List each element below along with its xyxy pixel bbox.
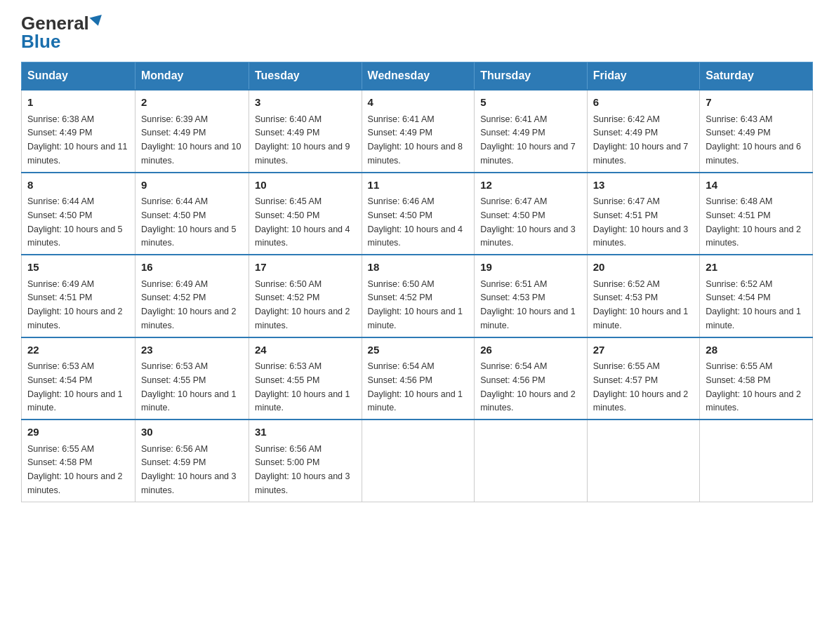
day-number: 29 <box>27 424 129 441</box>
day-number: 14 <box>706 177 807 194</box>
calendar-day-header: Monday <box>135 62 249 90</box>
calendar-day-cell: 5 Sunrise: 6:41 AMSunset: 4:49 PMDayligh… <box>475 90 588 173</box>
logo-triangle-icon <box>89 15 104 27</box>
page-header: General Blue <box>21 14 813 51</box>
calendar-day-header: Sunday <box>22 62 135 90</box>
day-number: 9 <box>141 177 243 194</box>
day-info: Sunrise: 6:53 AMSunset: 4:54 PMDaylight:… <box>27 361 123 412</box>
calendar-day-cell: 1 Sunrise: 6:38 AMSunset: 4:49 PMDayligh… <box>22 90 135 173</box>
day-number: 30 <box>141 424 243 441</box>
calendar-day-cell: 31 Sunrise: 6:56 AMSunset: 5:00 PMDaylig… <box>249 420 362 502</box>
day-info: Sunrise: 6:56 AMSunset: 4:59 PMDaylight:… <box>141 444 237 495</box>
day-info: Sunrise: 6:52 AMSunset: 4:54 PMDaylight:… <box>706 279 801 330</box>
calendar-week-row: 15 Sunrise: 6:49 AMSunset: 4:51 PMDaylig… <box>22 255 813 337</box>
logo-general-text: General <box>21 14 89 32</box>
day-info: Sunrise: 6:50 AMSunset: 4:52 PMDaylight:… <box>368 279 463 330</box>
day-info: Sunrise: 6:42 AMSunset: 4:49 PMDaylight:… <box>593 114 689 166</box>
day-info: Sunrise: 6:55 AMSunset: 4:57 PMDaylight:… <box>593 361 689 412</box>
calendar-day-cell: 9 Sunrise: 6:44 AMSunset: 4:50 PMDayligh… <box>135 173 249 255</box>
calendar-day-header: Thursday <box>475 62 588 90</box>
day-number: 20 <box>593 260 694 276</box>
day-number: 26 <box>480 342 581 358</box>
day-number: 15 <box>27 260 129 276</box>
day-info: Sunrise: 6:41 AMSunset: 4:49 PMDaylight:… <box>368 114 463 166</box>
calendar-week-row: 1 Sunrise: 6:38 AMSunset: 4:49 PMDayligh… <box>22 90 813 173</box>
day-number: 1 <box>27 95 129 111</box>
logo: General Blue <box>21 14 103 51</box>
day-info: Sunrise: 6:41 AMSunset: 4:49 PMDaylight:… <box>480 114 576 166</box>
day-info: Sunrise: 6:40 AMSunset: 4:49 PMDaylight:… <box>255 114 350 166</box>
calendar-day-cell <box>700 420 813 502</box>
calendar-day-cell: 16 Sunrise: 6:49 AMSunset: 4:52 PMDaylig… <box>135 255 249 337</box>
day-number: 12 <box>480 177 581 194</box>
day-info: Sunrise: 6:52 AMSunset: 4:53 PMDaylight:… <box>593 279 689 330</box>
calendar-day-cell <box>475 420 588 502</box>
calendar-day-cell: 29 Sunrise: 6:55 AMSunset: 4:58 PMDaylig… <box>22 420 135 502</box>
calendar-header-row: SundayMondayTuesdayWednesdayThursdayFrid… <box>22 62 813 90</box>
calendar-day-cell: 10 Sunrise: 6:45 AMSunset: 4:50 PMDaylig… <box>249 173 362 255</box>
day-number: 10 <box>255 177 356 194</box>
day-info: Sunrise: 6:44 AMSunset: 4:50 PMDaylight:… <box>141 196 237 248</box>
day-info: Sunrise: 6:39 AMSunset: 4:49 PMDaylight:… <box>141 114 241 166</box>
day-info: Sunrise: 6:54 AMSunset: 4:56 PMDaylight:… <box>368 361 463 412</box>
day-number: 21 <box>706 260 807 276</box>
calendar-day-header: Tuesday <box>249 62 362 90</box>
calendar-day-cell: 19 Sunrise: 6:51 AMSunset: 4:53 PMDaylig… <box>475 255 588 337</box>
day-info: Sunrise: 6:55 AMSunset: 4:58 PMDaylight:… <box>706 361 801 412</box>
calendar-day-cell: 6 Sunrise: 6:42 AMSunset: 4:49 PMDayligh… <box>587 90 700 173</box>
calendar-day-cell: 21 Sunrise: 6:52 AMSunset: 4:54 PMDaylig… <box>700 255 813 337</box>
calendar-week-row: 22 Sunrise: 6:53 AMSunset: 4:54 PMDaylig… <box>22 337 813 420</box>
day-number: 22 <box>27 342 129 358</box>
calendar-week-row: 29 Sunrise: 6:55 AMSunset: 4:58 PMDaylig… <box>22 420 813 502</box>
calendar-day-header: Friday <box>587 62 700 90</box>
day-info: Sunrise: 6:47 AMSunset: 4:50 PMDaylight:… <box>480 196 576 248</box>
calendar-day-cell: 27 Sunrise: 6:55 AMSunset: 4:57 PMDaylig… <box>587 337 700 420</box>
calendar-day-cell: 23 Sunrise: 6:53 AMSunset: 4:55 PMDaylig… <box>135 337 249 420</box>
day-info: Sunrise: 6:50 AMSunset: 4:52 PMDaylight:… <box>255 279 350 330</box>
calendar-day-cell: 15 Sunrise: 6:49 AMSunset: 4:51 PMDaylig… <box>22 255 135 337</box>
day-number: 31 <box>255 424 356 441</box>
calendar-day-cell: 2 Sunrise: 6:39 AMSunset: 4:49 PMDayligh… <box>135 90 249 173</box>
calendar-table: SundayMondayTuesdayWednesdayThursdayFrid… <box>21 62 813 502</box>
day-number: 28 <box>706 342 807 358</box>
calendar-day-cell: 3 Sunrise: 6:40 AMSunset: 4:49 PMDayligh… <box>249 90 362 173</box>
calendar-day-header: Wednesday <box>362 62 475 90</box>
day-info: Sunrise: 6:45 AMSunset: 4:50 PMDaylight:… <box>255 196 350 248</box>
logo-blue-text: Blue <box>21 32 60 51</box>
calendar-day-cell: 11 Sunrise: 6:46 AMSunset: 4:50 PMDaylig… <box>362 173 475 255</box>
day-info: Sunrise: 6:56 AMSunset: 5:00 PMDaylight:… <box>255 444 350 495</box>
day-info: Sunrise: 6:44 AMSunset: 4:50 PMDaylight:… <box>27 196 123 248</box>
day-number: 2 <box>141 95 243 111</box>
day-info: Sunrise: 6:48 AMSunset: 4:51 PMDaylight:… <box>706 196 801 248</box>
day-info: Sunrise: 6:47 AMSunset: 4:51 PMDaylight:… <box>593 196 689 248</box>
calendar-day-cell: 22 Sunrise: 6:53 AMSunset: 4:54 PMDaylig… <box>22 337 135 420</box>
calendar-day-cell: 17 Sunrise: 6:50 AMSunset: 4:52 PMDaylig… <box>249 255 362 337</box>
calendar-day-cell: 12 Sunrise: 6:47 AMSunset: 4:50 PMDaylig… <box>475 173 588 255</box>
calendar-day-cell: 4 Sunrise: 6:41 AMSunset: 4:49 PMDayligh… <box>362 90 475 173</box>
calendar-day-cell <box>362 420 475 502</box>
day-info: Sunrise: 6:51 AMSunset: 4:53 PMDaylight:… <box>480 279 576 330</box>
day-number: 5 <box>480 95 581 111</box>
calendar-day-cell <box>587 420 700 502</box>
day-number: 11 <box>368 177 469 194</box>
day-number: 6 <box>593 95 694 111</box>
calendar-day-cell: 24 Sunrise: 6:53 AMSunset: 4:55 PMDaylig… <box>249 337 362 420</box>
day-number: 13 <box>593 177 694 194</box>
day-number: 27 <box>593 342 694 358</box>
day-number: 19 <box>480 260 581 276</box>
day-info: Sunrise: 6:54 AMSunset: 4:56 PMDaylight:… <box>480 361 576 412</box>
calendar-day-cell: 20 Sunrise: 6:52 AMSunset: 4:53 PMDaylig… <box>587 255 700 337</box>
day-number: 4 <box>368 95 469 111</box>
calendar-day-cell: 25 Sunrise: 6:54 AMSunset: 4:56 PMDaylig… <box>362 337 475 420</box>
day-info: Sunrise: 6:53 AMSunset: 4:55 PMDaylight:… <box>141 361 237 412</box>
calendar-day-cell: 26 Sunrise: 6:54 AMSunset: 4:56 PMDaylig… <box>475 337 588 420</box>
day-number: 7 <box>706 95 807 111</box>
day-number: 8 <box>27 177 129 194</box>
day-info: Sunrise: 6:49 AMSunset: 4:52 PMDaylight:… <box>141 279 237 330</box>
day-info: Sunrise: 6:43 AMSunset: 4:49 PMDaylight:… <box>706 114 801 166</box>
day-info: Sunrise: 6:38 AMSunset: 4:49 PMDaylight:… <box>27 114 127 166</box>
calendar-day-cell: 30 Sunrise: 6:56 AMSunset: 4:59 PMDaylig… <box>135 420 249 502</box>
day-info: Sunrise: 6:55 AMSunset: 4:58 PMDaylight:… <box>27 444 123 495</box>
calendar-day-cell: 28 Sunrise: 6:55 AMSunset: 4:58 PMDaylig… <box>700 337 813 420</box>
day-info: Sunrise: 6:53 AMSunset: 4:55 PMDaylight:… <box>255 361 350 412</box>
